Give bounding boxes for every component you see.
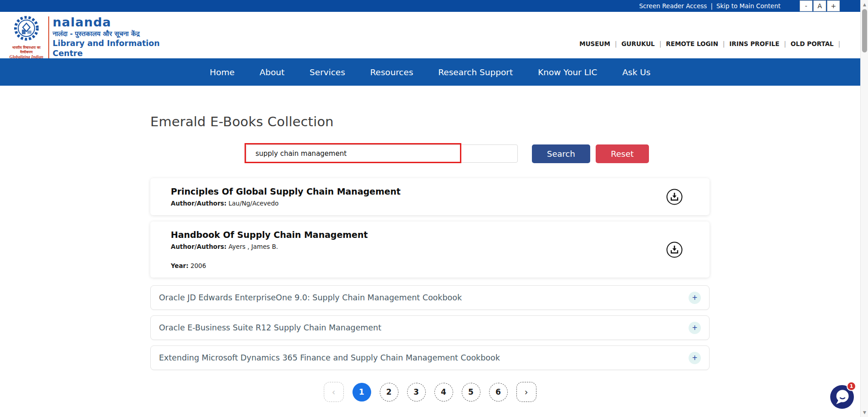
- nav-services[interactable]: Services: [310, 67, 345, 77]
- brand-name-hindi: नालंदा - पुस्तकालय और सूचना केंद्र: [53, 29, 172, 38]
- download-icon: [666, 241, 683, 258]
- expand-plus-icon[interactable]: +: [689, 322, 701, 334]
- accordion-title: Oracle E-Business Suite R12 Supply Chain…: [159, 323, 381, 332]
- library-brand: nalanda नालंदा - पुस्तकालय और सूचना केंद…: [53, 15, 172, 58]
- accordion-list: Oracle JD Edwards EnterpriseOne 9.0: Sup…: [150, 285, 710, 370]
- remote-login-link[interactable]: REMOTE LOGIN: [666, 40, 718, 47]
- pagination-prev-button[interactable]: ‹: [324, 382, 344, 402]
- emblem-tagline-hindi: भारतीय विचारधारा का वैश्वीकरण: [5, 46, 47, 55]
- chat-unread-badge: 1: [847, 381, 856, 391]
- site-logo[interactable]: भारतीय विचारधारा का वैश्वीकरण Globalizin…: [5, 15, 172, 58]
- nav-about[interactable]: About: [260, 67, 285, 77]
- emblem-tagline-english: Globalizing Indian Thought: [5, 55, 47, 58]
- author-label: Author/Authors:: [171, 243, 226, 250]
- top-utility-bar: Screen Reader Access | Skip to Main Cont…: [0, 0, 860, 12]
- expand-plus-icon[interactable]: +: [689, 292, 701, 304]
- brand-name-english: Library and Information Centre: [53, 38, 172, 58]
- main-content: Emerald E-Books Collection Search Reset …: [0, 86, 860, 417]
- download-button[interactable]: [666, 188, 683, 206]
- nav-ask-us[interactable]: Ask Us: [622, 67, 650, 77]
- reset-button[interactable]: Reset: [596, 144, 649, 163]
- author-value: Lau/Ng/Acevedo: [226, 200, 278, 207]
- main-navigation: Home About Services Resources Research S…: [0, 58, 860, 86]
- link-separator: |: [723, 40, 725, 47]
- nav-know-your-lic[interactable]: Know Your LIC: [538, 67, 597, 77]
- scrollbar-thumb[interactable]: [862, 9, 867, 52]
- results-list: Principles Of Global Supply Chain Manage…: [150, 178, 710, 278]
- pagination-page-1[interactable]: 1: [352, 383, 371, 402]
- institute-seal-icon: [10, 15, 42, 44]
- accessibility-links: Screen Reader Access | Skip to Main Cont…: [639, 2, 781, 10]
- link-separator: |: [838, 40, 840, 47]
- screen-reader-access-link[interactable]: Screen Reader Access: [639, 2, 707, 10]
- link-separator: |: [615, 40, 617, 47]
- author-value: Ayers , James B.: [226, 243, 278, 250]
- result-card: Handbook Of Supply Chain Management Auth…: [150, 221, 710, 278]
- author-label: Author/Authors:: [171, 200, 226, 207]
- link-separator: |: [659, 40, 662, 47]
- year-value: 2006: [189, 262, 206, 269]
- pagination-page-6[interactable]: 6: [489, 383, 508, 402]
- link-separator: |: [784, 40, 786, 47]
- download-button[interactable]: [666, 241, 683, 258]
- font-normal-button[interactable]: A: [813, 0, 826, 11]
- page-title: Emerald E-Books Collection: [150, 114, 710, 129]
- pagination-page-2[interactable]: 2: [380, 383, 398, 402]
- pagination-next-button[interactable]: ›: [516, 382, 536, 402]
- nav-research-support[interactable]: Research Support: [438, 67, 513, 77]
- search-button[interactable]: Search: [532, 144, 590, 163]
- nav-resources[interactable]: Resources: [370, 67, 413, 77]
- scrollbar-up-arrow[interactable]: ▲: [861, 1, 868, 8]
- page: Screen Reader Access | Skip to Main Cont…: [0, 0, 868, 417]
- nav-home[interactable]: Home: [209, 67, 235, 77]
- accordion-row[interactable]: Oracle JD Edwards EnterpriseOne 9.0: Sup…: [150, 285, 710, 310]
- year-label: Year:: [171, 262, 189, 269]
- chat-widget-button[interactable]: 1: [829, 384, 855, 410]
- accordion-title: Oracle JD Edwards EnterpriseOne 9.0: Sup…: [159, 293, 462, 302]
- scrollbar-down-arrow[interactable]: ▼: [861, 409, 868, 416]
- site-header: भारतीय विचारधारा का वैश्वीकरण Globalizin…: [0, 12, 860, 58]
- topbar-separator: |: [710, 2, 713, 10]
- gurukul-link[interactable]: GURUKUL: [622, 40, 655, 47]
- irins-profile-link[interactable]: IRINS PROFILE: [730, 40, 780, 47]
- font-size-controls: - A +: [800, 0, 840, 11]
- old-portal-link[interactable]: OLD PORTAL: [791, 40, 833, 47]
- book-title: Handbook Of Supply Chain Management: [171, 230, 673, 240]
- search-bar: Search Reset: [150, 144, 710, 163]
- accordion-row[interactable]: Extending Microsoft Dynamics 365 Finance…: [150, 345, 710, 370]
- search-input[interactable]: [246, 144, 518, 163]
- header-quick-links: MUSEUM | GURUKUL | REMOTE LOGIN | IRINS …: [579, 40, 840, 47]
- logo-divider: [48, 16, 49, 58]
- accordion-title: Extending Microsoft Dynamics 365 Finance…: [159, 353, 500, 362]
- accordion-row[interactable]: Oracle E-Business Suite R12 Supply Chain…: [150, 315, 710, 340]
- pagination-page-4[interactable]: 4: [434, 383, 453, 402]
- museum-link[interactable]: MUSEUM: [579, 40, 610, 47]
- institute-emblem: भारतीय विचारधारा का वैश्वीकरण Globalizin…: [5, 15, 47, 58]
- pagination-page-3[interactable]: 3: [407, 383, 426, 402]
- font-decrease-button[interactable]: -: [800, 0, 812, 11]
- scrollbar[interactable]: ▲ ▼: [860, 0, 868, 417]
- book-title: Principles Of Global Supply Chain Manage…: [171, 186, 673, 196]
- result-card: Principles Of Global Supply Chain Manage…: [150, 178, 710, 215]
- book-year: Year: 2006: [171, 262, 673, 269]
- brand-wordmark: nalanda: [53, 15, 172, 29]
- pagination-page-5[interactable]: 5: [462, 383, 480, 402]
- download-icon: [666, 188, 683, 206]
- skip-to-main-content-link[interactable]: Skip to Main Content: [716, 2, 781, 10]
- book-authors: Author/Authors: Ayers , James B.: [171, 243, 673, 250]
- expand-plus-icon[interactable]: +: [689, 352, 701, 364]
- font-increase-button[interactable]: +: [827, 0, 840, 11]
- book-authors: Author/Authors: Lau/Ng/Acevedo: [171, 200, 673, 207]
- pagination: ‹ 1 2 3 4 5 6 ›: [150, 382, 710, 402]
